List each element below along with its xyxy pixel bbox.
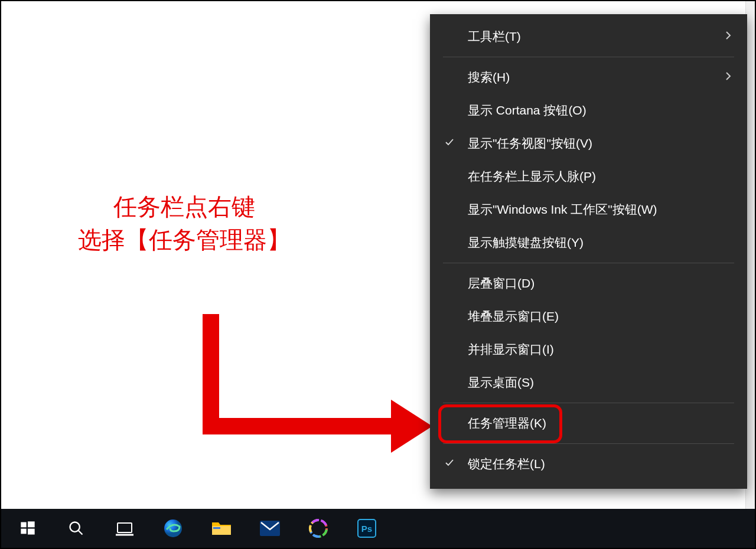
svg-rect-4 [28, 529, 35, 535]
menu-item-label: 显示触摸键盘按钮(Y) [468, 234, 584, 251]
taskbar[interactable]: Ps [1, 509, 755, 548]
menu-item-9[interactable]: 层叠窗口(D) [430, 267, 747, 300]
menu-item-label: 显示"Windows Ink 工作区"按钮(W) [468, 201, 657, 218]
menu-item-0[interactable]: 工具栏(T) [430, 20, 747, 53]
menu-item-label: 层叠窗口(D) [468, 275, 535, 292]
swirl-icon [308, 518, 328, 538]
search-button[interactable] [52, 509, 100, 548]
explorer-button[interactable] [197, 509, 246, 548]
taskview-icon [116, 521, 133, 536]
svg-line-6 [79, 531, 83, 535]
svg-rect-11 [213, 527, 220, 529]
folder-icon [211, 519, 232, 537]
menu-divider [443, 57, 734, 57]
menu-divider [443, 263, 734, 263]
menu-item-11[interactable]: 并排显示窗口(I) [430, 333, 747, 366]
search-icon [68, 520, 84, 537]
menu-item-label: 显示桌面(S) [468, 374, 534, 391]
edge-icon [163, 518, 183, 538]
svg-point-17 [308, 518, 328, 538]
svg-rect-2 [28, 521, 35, 527]
menu-item-2[interactable]: 搜索(H) [430, 61, 747, 94]
media-button[interactable] [294, 509, 343, 548]
svg-rect-1 [21, 522, 26, 528]
taskbar-context-menu: 工具栏(T)搜索(H)显示 Cortana 按钮(O)显示"任务视图"按钮(V)… [430, 14, 747, 489]
menu-item-10[interactable]: 堆叠显示窗口(E) [430, 300, 747, 333]
menu-item-7[interactable]: 显示触摸键盘按钮(Y) [430, 226, 747, 259]
svg-point-14 [308, 518, 328, 538]
menu-item-3[interactable]: 显示 Cortana 按钮(O) [430, 94, 747, 127]
menu-item-label: 并排显示窗口(I) [468, 341, 554, 358]
svg-rect-3 [21, 529, 26, 534]
svg-point-16 [308, 518, 328, 538]
menu-item-label: 显示 Cortana 按钮(O) [468, 102, 586, 119]
ps-icon: Ps [357, 519, 376, 538]
check-icon [444, 136, 455, 151]
windows-icon [19, 520, 36, 537]
menu-item-label: 搜索(H) [468, 69, 510, 86]
menu-item-label: 显示"任务视图"按钮(V) [468, 135, 592, 152]
menu-divider [443, 443, 734, 444]
photoshop-button[interactable]: Ps [343, 509, 391, 548]
menu-item-label: 锁定任务栏(L) [468, 456, 545, 472]
svg-marker-0 [391, 400, 432, 453]
menu-item-6[interactable]: 显示"Windows Ink 工作区"按钮(W) [430, 193, 747, 226]
chevron-right-icon [725, 30, 732, 44]
svg-point-15 [308, 518, 328, 538]
start-button[interactable] [4, 509, 52, 548]
menu-item-5[interactable]: 在任务栏上显示人脉(P) [430, 160, 747, 193]
menu-divider [443, 403, 734, 403]
menu-item-12[interactable]: 显示桌面(S) [430, 366, 747, 399]
menu-item-16[interactable]: 锁定任务栏(L) [430, 447, 747, 481]
menu-item-label: 堆叠显示窗口(E) [468, 308, 559, 325]
menu-item-label: 在任务栏上显示人脉(P) [468, 168, 596, 185]
svg-rect-7 [118, 523, 132, 532]
menu-item-label: 工具栏(T) [468, 28, 521, 45]
svg-point-5 [70, 522, 80, 532]
chevron-right-icon [725, 70, 732, 84]
instruction-arrow [196, 314, 432, 468]
instruction-text: 任务栏点右键 选择【任务管理器】 [78, 190, 291, 256]
svg-text:Ps: Ps [361, 524, 372, 534]
desktop: 任务栏点右键 选择【任务管理器】 工具栏(T)搜索(H)显示 Cortana 按… [1, 1, 755, 510]
check-icon [444, 457, 455, 471]
menu-item-14[interactable]: 任务管理器(K) [430, 407, 747, 440]
mail-button[interactable] [246, 509, 294, 548]
menu-item-label: 任务管理器(K) [468, 415, 546, 432]
taskview-button[interactable] [100, 509, 149, 548]
instruction-line-2: 选择【任务管理器】 [78, 223, 291, 256]
edge-button[interactable] [149, 509, 197, 548]
mail-icon [259, 520, 281, 537]
instruction-line-1: 任务栏点右键 [78, 190, 291, 223]
menu-item-4[interactable]: 显示"任务视图"按钮(V) [430, 127, 747, 160]
